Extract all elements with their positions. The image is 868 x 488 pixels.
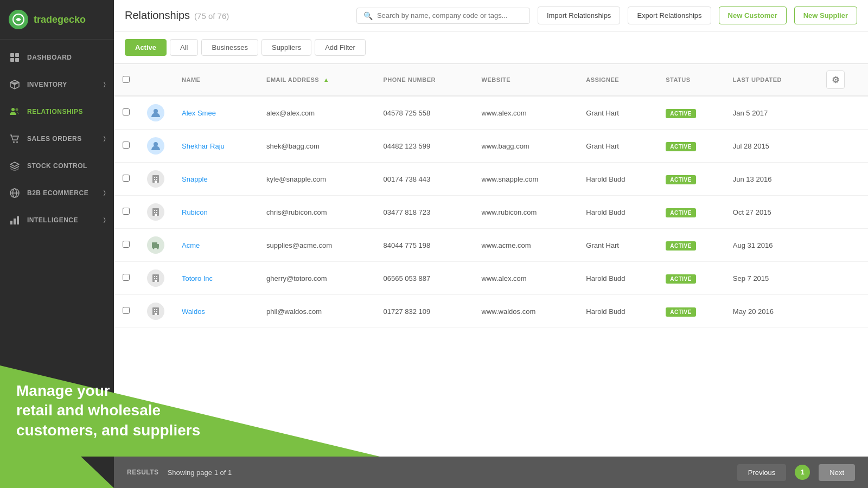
svg-rect-19: [156, 177, 157, 178]
row-checkbox[interactable]: [123, 241, 130, 248]
row-last-updated: Aug 31 2016: [724, 229, 818, 262]
row-assignee: Grant Hart: [577, 229, 657, 262]
page-title-group: Relationships (75 of 76): [125, 9, 229, 22]
page-title: Relationships: [125, 9, 190, 22]
tab-all[interactable]: All: [170, 39, 198, 56]
sidebar-item-inventory[interactable]: Inventory 〉: [0, 71, 114, 98]
export-relationships-button[interactable]: Export Relationships: [628, 7, 711, 24]
row-website: www.alex.com: [473, 96, 578, 130]
import-relationships-button[interactable]: Import Relationships: [538, 7, 621, 24]
svg-rect-21: [156, 179, 157, 180]
col-icon: [138, 64, 173, 96]
sidebar-item-b2b-ecommerce[interactable]: B2B Ecommerce 〉: [0, 179, 114, 207]
svg-rect-34: [154, 276, 155, 277]
row-actions: [818, 96, 868, 130]
row-checkbox-cell: [114, 96, 138, 130]
pagination-bar: Results Showing page 1 of 1 Previous 1 N…: [114, 457, 868, 488]
svg-rect-26: [154, 212, 155, 213]
svg-rect-22: [155, 181, 157, 183]
svg-rect-30: [156, 244, 159, 248]
row-name[interactable]: Waldos: [173, 295, 258, 328]
new-supplier-button[interactable]: New Supplier: [794, 7, 857, 24]
row-name[interactable]: Snapple: [173, 163, 258, 196]
row-status: ACTIVE: [657, 229, 724, 262]
people-icon: [9, 106, 21, 118]
row-name[interactable]: Alex Smee: [173, 96, 258, 130]
table-row: Shekhar Raju shek@bagg.com 04482 123 599…: [114, 130, 868, 163]
contact-icon: [147, 269, 164, 287]
row-email: chris@rubicon.com: [258, 196, 374, 229]
relationships-table-container: NAME EMAIL ADDRESS ▲ PHONE NUMBER WEBSIT…: [114, 64, 868, 488]
row-phone: 04578 725 558: [375, 96, 473, 130]
row-assignee: Harold Budd: [577, 163, 657, 196]
row-checkbox-cell: [114, 229, 138, 262]
globe-icon: [9, 187, 21, 199]
sidebar-item-label: Dashboard: [27, 54, 72, 61]
tab-add-filter[interactable]: Add Filter: [315, 39, 366, 56]
row-name[interactable]: Rubicon: [173, 196, 258, 229]
row-icon-cell: [138, 96, 173, 130]
sidebar-item-intelligence[interactable]: Intelligence 〉: [0, 207, 114, 234]
col-email[interactable]: EMAIL ADDRESS ▲: [258, 64, 374, 96]
logo-icon: [9, 10, 28, 29]
row-checkbox[interactable]: [123, 208, 130, 215]
svg-rect-36: [154, 278, 155, 279]
col-status: STATUS: [657, 64, 724, 96]
select-all-checkbox[interactable]: [123, 76, 130, 83]
previous-button[interactable]: Previous: [737, 464, 787, 481]
main-content: Relationships (75 of 76) 🔍 Import Relati…: [114, 0, 868, 488]
row-checkbox[interactable]: [123, 307, 130, 314]
row-last-updated: Jul 28 2015: [724, 130, 818, 163]
tab-active[interactable]: Active: [125, 39, 167, 56]
sidebar-item-relationships[interactable]: Relationships: [0, 98, 114, 125]
sidebar: tradegecko Dashboard: [0, 0, 114, 488]
status-badge: ACTIVE: [666, 208, 696, 217]
filter-tabs: Active All Businesses Suppliers Add Filt…: [114, 31, 868, 64]
tab-businesses[interactable]: Businesses: [201, 39, 258, 56]
row-name[interactable]: Shekhar Raju: [173, 130, 258, 163]
contact-icon: [147, 203, 164, 221]
row-checkbox[interactable]: [123, 175, 130, 182]
row-last-updated: Sep 7 2015: [724, 262, 818, 295]
row-checkbox[interactable]: [123, 108, 130, 115]
svg-rect-3: [10, 58, 14, 62]
new-customer-button[interactable]: New Customer: [719, 7, 787, 24]
table-row: Snapple kyle@snapple.com 00174 738 443 w…: [114, 163, 868, 196]
page-number-1[interactable]: 1: [795, 465, 810, 480]
row-website: www.alex.com: [473, 262, 578, 295]
sidebar-item-label: Inventory: [27, 81, 67, 88]
next-button[interactable]: Next: [819, 464, 855, 481]
search-bar: 🔍: [356, 8, 530, 24]
svg-point-6: [16, 108, 18, 111]
row-name[interactable]: Acme: [173, 229, 258, 262]
row-email: kyle@snapple.com: [258, 163, 374, 196]
grid-icon: [9, 52, 21, 63]
record-count: (75 of 76): [194, 11, 229, 21]
search-input[interactable]: [377, 11, 523, 20]
col-checkbox: [114, 64, 138, 96]
table-row: Acme supplies@acme.com 84044 775 198 www…: [114, 229, 868, 262]
sidebar-item-label: Intelligence: [27, 216, 78, 224]
column-settings-button[interactable]: ⚙: [826, 70, 845, 89]
row-name[interactable]: Totoro Inc: [173, 262, 258, 295]
svg-rect-25: [156, 210, 157, 211]
svg-rect-40: [154, 309, 155, 310]
row-actions: [818, 163, 868, 196]
row-checkbox[interactable]: [123, 274, 130, 281]
sidebar-item-sales-orders[interactable]: Sales Orders 〉: [0, 125, 114, 152]
tab-suppliers[interactable]: Suppliers: [261, 39, 311, 56]
app-logo: tradegecko: [0, 0, 114, 40]
layers-icon: [9, 160, 21, 172]
row-assignee: Harold Budd: [577, 262, 657, 295]
row-assignee: Grant Hart: [577, 96, 657, 130]
row-phone: 84044 775 198: [375, 229, 473, 262]
row-assignee: Grant Hart: [577, 130, 657, 163]
col-website: WEBSITE: [473, 64, 578, 96]
row-checkbox[interactable]: [123, 142, 130, 149]
contact-icon: [147, 236, 164, 254]
row-assignee: Harold Budd: [577, 295, 657, 328]
sidebar-item-stock-control[interactable]: Stock Control: [0, 152, 114, 179]
svg-rect-43: [156, 311, 157, 312]
sidebar-item-dashboard[interactable]: Dashboard: [0, 44, 114, 71]
svg-rect-18: [154, 177, 155, 178]
